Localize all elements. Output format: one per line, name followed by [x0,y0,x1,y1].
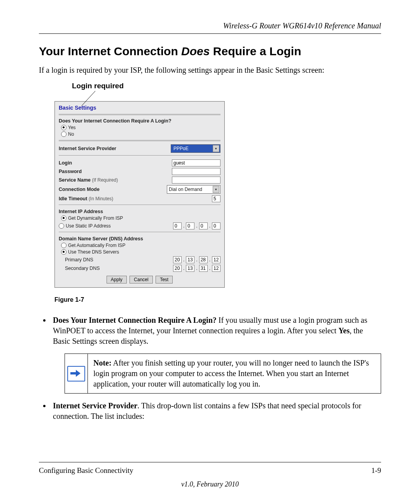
password-input[interactable] [172,168,220,175]
manual-title: Wireless-G Router WGR614v10 Reference Ma… [39,21,381,30]
dns-secondary-2[interactable] [186,265,194,272]
login-label: Login [59,160,72,166]
chevron-down-icon: ▾ [213,145,219,152]
radio-dns-use-label: Use These DNS Servers [68,249,119,255]
callout-label: Login required [72,82,249,90]
dns-primary-4[interactable] [212,256,220,263]
intro-paragraph: If a login is required by your ISP, the … [39,66,381,75]
isp-select[interactable]: PPPoE ▾ [171,144,220,153]
heading-pre: Your Internet Connection [39,45,181,58]
ip-octet-3[interactable] [199,222,208,229]
divider [59,114,220,115]
divider [59,232,220,232]
service-input[interactable] [172,177,220,184]
header-rule [39,33,381,34]
idle-hint: (In Minutes) [89,196,113,201]
idle-label: Idle Timeout [59,196,87,201]
radio-yes-label: Yes [68,125,76,130]
page-number: 1-9 [371,466,381,475]
bullet2-lead: Internet Service Provider [53,401,137,410]
bullet1-yes: Yes [338,326,350,335]
footer-section: Configuring Basic Connectivity [39,466,133,475]
isp-selected-value: PPPoE [173,146,189,151]
dns-secondary-3[interactable] [199,265,208,272]
apply-button[interactable]: Apply [107,276,127,284]
cancel-button[interactable]: Cancel [130,276,152,284]
basic-settings-panel: Basic Settings Does Your Internet Connec… [54,101,225,288]
divider [59,205,220,205]
radio-ip-dynamic[interactable] [61,215,66,221]
isp-label: Internet Service Provider [59,146,116,151]
dns-primary-2[interactable] [186,256,194,263]
dns-primary-label: Primary DNS [65,257,93,262]
login-question: Does Your Internet Connection Require A … [59,118,220,124]
section-heading: Your Internet Connection Does Require a … [39,45,381,58]
password-label: Password [59,169,82,174]
service-label: Service Name [59,177,91,183]
service-hint: (If Required) [92,177,118,183]
mode-select[interactable]: Dial on Demand ▾ [167,185,220,194]
list-item: Does Your Internet Connection Require A … [51,315,381,394]
test-button[interactable]: Test [156,276,173,284]
dns-primary-1[interactable] [173,256,182,263]
footer-rule [39,462,381,462]
radio-ip-static-label: Use Static IP Address [66,223,111,229]
dns-secondary-4[interactable] [212,265,220,272]
bullet-list: Does Your Internet Connection Require A … [39,315,381,422]
bullet1-lead: Does Your Internet Connection Require A … [53,316,217,324]
figure-caption: Figure 1-7 [54,296,249,303]
chevron-down-icon: ▾ [213,186,219,193]
note-body: After you finish setting up your router,… [93,359,369,388]
radio-yes[interactable] [61,125,66,130]
ip-octet-1[interactable] [173,222,182,229]
footer-version: v1.0, February 2010 [39,480,381,488]
note-text: Note: After you finish setting up your r… [88,354,381,393]
panel-title: Basic Settings [59,105,220,111]
dns-primary-3[interactable] [199,256,208,263]
list-item: Internet Service Provider. This drop-dow… [51,401,381,422]
idle-input[interactable] [212,195,220,202]
radio-dns-use[interactable] [61,249,66,255]
radio-ip-dynamic-label: Get Dynamically From ISP [68,215,123,221]
note-label: Note: [93,359,112,367]
divider [59,140,220,141]
mode-label: Connection Mode [59,187,100,192]
arrow-right-icon [67,366,85,382]
note-box: Note: After you finish setting up your r… [65,354,381,394]
radio-dns-auto[interactable] [61,243,66,248]
dns-secondary-label: Secondary DNS [65,266,100,271]
ip-octet-2[interactable] [186,222,194,229]
radio-dns-auto-label: Get Automatically From ISP [68,243,125,248]
page-footer: Configuring Basic Connectivity 1-9 v1.0,… [39,462,381,488]
divider [59,155,220,156]
radio-no-label: No [68,131,74,137]
note-icon-cell [65,354,88,393]
heading-post: Require a Login [210,45,301,58]
login-input[interactable] [172,159,220,166]
radio-ip-static[interactable] [59,223,64,229]
heading-does: Does [181,45,210,58]
ip-octet-4[interactable] [212,222,220,229]
callout-line [95,91,96,106]
dns-heading: Domain Name Server (DNS) Address [59,236,220,242]
mode-selected-value: Dial on Demand [169,187,202,192]
radio-no[interactable] [61,131,66,137]
figure-area: Login required Basic Settings Does Your … [54,82,249,303]
dns-secondary-1[interactable] [173,265,182,272]
ip-heading: Internet IP Address [59,209,220,214]
